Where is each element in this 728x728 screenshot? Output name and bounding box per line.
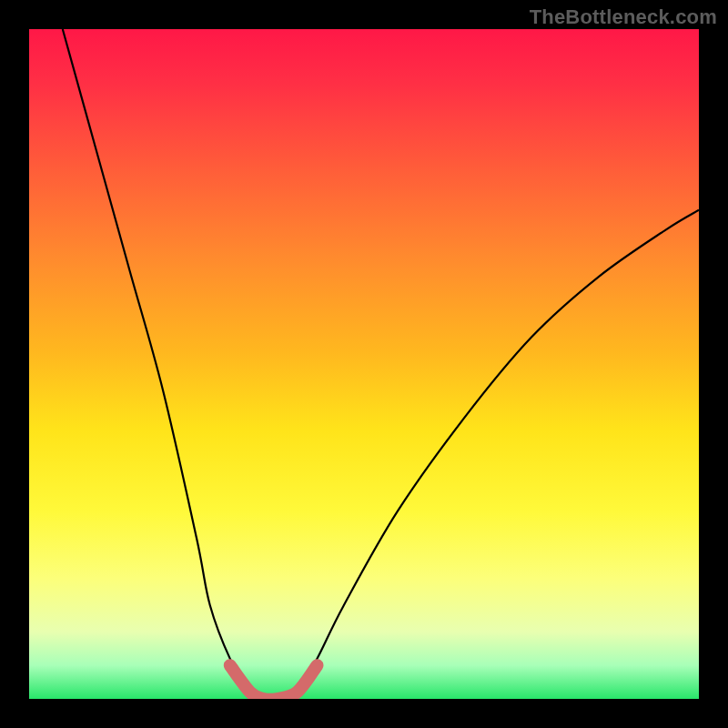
watermark-text: TheBottleneck.com <box>530 5 717 29</box>
chart-frame: TheBottleneck.com <box>0 0 728 728</box>
plot-area <box>29 29 699 699</box>
optimal-range-marker <box>230 665 318 699</box>
plot-svg <box>29 29 699 699</box>
bottleneck-curve <box>63 29 699 699</box>
